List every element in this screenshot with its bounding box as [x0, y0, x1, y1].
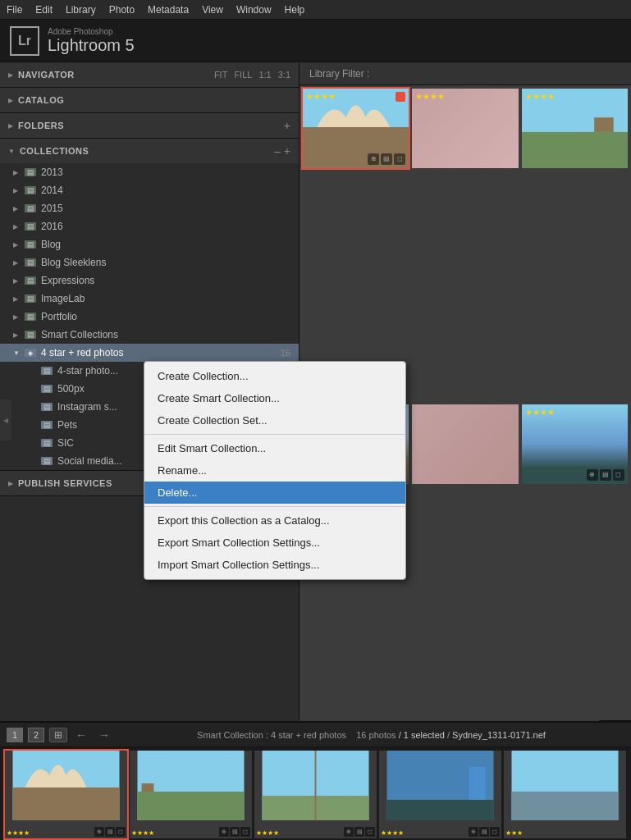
library-filter-label: Library Filter : — [309, 68, 369, 80]
catalog-section: ▶ Catalog — [0, 88, 299, 113]
collection-label: 2014 — [41, 185, 290, 196]
menu-view[interactable]: View — [202, 4, 223, 16]
nav-fit[interactable]: FIT — [214, 70, 228, 80]
filmstrip-icons: ⊕ ▤ ◻ — [94, 827, 126, 837]
ctx-create-smart-collection[interactable]: Create Smart Collection... — [144, 387, 405, 409]
collections-plus[interactable]: + — [284, 144, 290, 158]
filmstrip-badge: ▤ — [230, 827, 240, 837]
collection-item-2014[interactable]: ▶ ▤ 2014 — [0, 181, 299, 199]
app-header: Lr Adobe Photoshop Lightroom 5 — [0, 20, 631, 62]
catalog-header[interactable]: ▶ Catalog — [0, 88, 299, 112]
nav-31[interactable]: 3:1 — [278, 70, 290, 80]
photo-cell[interactable]: ★★★★ ⊕ ▤ ◻ — [303, 89, 409, 168]
filmstrip-icons: ⊕ ▤ ◻ — [344, 827, 375, 837]
filmstrip-photo-3[interactable]: ★★★★ ⊕ ▤ ◻ — [254, 751, 377, 838]
collection-folder-icon: ▤ — [25, 204, 36, 212]
ctx-import-settings[interactable]: Import Smart Collection Settings... — [144, 554, 405, 576]
filmstrip-info: Smart Collection : 4 star + red photos 1… — [118, 730, 624, 740]
filmstrip-badge: ◻ — [240, 827, 250, 837]
collection-item-blog[interactable]: ▶ ▤ Blog — [0, 235, 299, 253]
filmstrip-photo-preview — [5, 751, 127, 820]
ctx-rename[interactable]: Rename... — [144, 459, 405, 482]
collection-item-4star[interactable]: ▼ ◈ 4 star + red photos 16 — [0, 344, 299, 362]
collections-minus[interactable]: – — [274, 144, 281, 158]
filmstrip-photo-4[interactable]: ★★★★ ⊕ ▤ ◻ — [379, 751, 501, 838]
menu-photo[interactable]: Photo — [109, 4, 135, 16]
ctx-edit-smart-collection[interactable]: Edit Smart Collection... — [144, 437, 405, 459]
nav-fill[interactable]: FILL — [234, 70, 252, 80]
photo-cell[interactable]: ★★★★ — [522, 89, 628, 168]
filmstrip-photo-2[interactable]: ★★★★ ⊕ ▤ ◻ — [130, 751, 252, 838]
filmstrip-next[interactable]: → — [95, 727, 113, 743]
collection-label: Expressions — [41, 275, 290, 286]
filmstrip-badge: ◻ — [365, 827, 375, 837]
svg-rect-4 — [594, 117, 614, 132]
folders-plus[interactable]: + — [284, 119, 290, 132]
menu-library[interactable]: Library — [66, 4, 96, 16]
sub-collection-icon: ▤ — [41, 439, 53, 447]
badge-icon: ▤ — [600, 469, 611, 481]
collection-item-imagelab[interactable]: ▶ ▤ ImageLab — [0, 290, 299, 308]
filmstrip-stars: ★★★★ — [131, 829, 154, 837]
collection-item-2015[interactable]: ▶ ▤ 2015 — [0, 199, 299, 217]
navigator-triangle: ▶ — [8, 71, 13, 79]
badge-icon: ◻ — [394, 153, 405, 165]
arrow-icon: ▶ — [13, 223, 21, 231]
badge-icon: ◻ — [613, 469, 624, 481]
menu-bar: File Edit Library Photo Metadata View Wi… — [0, 0, 631, 20]
collection-item-2013[interactable]: ▶ ▤ 2013 — [0, 163, 299, 181]
star-rating: ★★★★ — [525, 408, 555, 417]
filmstrip-icons: ⊕ ▤ ◻ — [469, 827, 500, 837]
folders-section: ▶ Folders + — [0, 113, 299, 139]
ctx-export-catalog[interactable]: Export this Collection as a Catalog... — [144, 509, 405, 532]
folders-header[interactable]: ▶ Folders + — [0, 113, 299, 138]
menu-metadata[interactable]: Metadata — [148, 4, 189, 16]
catalog-triangle: ▶ — [8, 97, 13, 104]
arrow-icon: ▶ — [13, 169, 21, 176]
ctx-delete[interactable]: Delete... — [144, 482, 405, 504]
filmstrip-page-2[interactable]: 2 — [28, 728, 44, 742]
collection-folder-icon: ▤ — [25, 313, 36, 321]
badge-icon: ⊕ — [587, 469, 598, 481]
navigator-header[interactable]: ▶ Navigator FIT FILL 1:1 3:1 — [0, 62, 299, 87]
ctx-export-settings[interactable]: Export Smart Collection Settings... — [144, 532, 405, 554]
menu-file[interactable]: File — [7, 4, 22, 16]
filmstrip-prev[interactable]: ← — [72, 727, 90, 743]
filmstrip-bar: 1 2 ⊞ ← → Smart Collection : 4 star + re… — [0, 723, 631, 747]
left-panel-toggle[interactable]: ◀ — [0, 399, 11, 441]
collection-item-blog-sleeklens[interactable]: ▶ ▤ Blog Sleeklens — [0, 253, 299, 272]
collection-folder-icon: ▤ — [25, 258, 36, 267]
filmstrip-photo-5[interactable]: ★★★ — [504, 751, 626, 838]
menu-window[interactable]: Window — [236, 4, 272, 16]
svg-rect-6 — [13, 788, 120, 820]
collections-header[interactable]: ▼ Collections – + — [0, 139, 299, 163]
sub-collection-icon: ▤ — [41, 385, 53, 393]
photo-cell[interactable] — [412, 404, 518, 484]
filmstrip-photo-1[interactable]: ★★★★ ⊕ ▤ ◻ — [5, 751, 127, 838]
photo-cell[interactable]: ★★★★ — [412, 89, 518, 168]
svg-rect-8 — [138, 792, 245, 820]
menu-edit[interactable]: Edit — [35, 4, 53, 16]
library-filter: Library Filter : — [299, 62, 631, 85]
arrow-icon: ▶ — [13, 187, 21, 194]
collection-label: ImageLab — [41, 293, 290, 304]
filmstrip-grid-btn[interactable]: ⊞ — [49, 728, 67, 742]
svg-rect-15 — [469, 767, 486, 800]
menu-help[interactable]: Help — [285, 4, 305, 16]
ctx-create-collection[interactable]: Create Collection... — [144, 365, 405, 387]
filmstrip-page-1[interactable]: 1 — [7, 728, 23, 742]
ctx-create-collection-set[interactable]: Create Collection Set... — [144, 409, 405, 431]
collection-item-2016[interactable]: ▶ ▤ 2016 — [0, 217, 299, 235]
collection-label: 2015 — [41, 203, 290, 214]
collection-item-smart-collections[interactable]: ▶ ▤ Smart Collections — [0, 326, 299, 344]
nav-11[interactable]: 1:1 — [258, 70, 271, 80]
photo-cell[interactable]: ★★★★ ⊕ ▤ ◻ — [522, 404, 628, 484]
collection-item-expressions[interactable]: ▶ ▤ Expressions — [0, 272, 299, 290]
navigator-options: FIT FILL 1:1 3:1 — [214, 70, 290, 80]
collection-item-portfolio[interactable]: ▶ ▤ Portfolio — [0, 308, 299, 326]
star-rating: ★★★★ — [306, 92, 336, 101]
arrow-icon: ▶ — [13, 277, 21, 285]
ctx-separator — [144, 434, 405, 435]
filmstrip-stars: ★★★★ — [381, 829, 404, 837]
filmstrip-badge: ▤ — [354, 827, 364, 837]
